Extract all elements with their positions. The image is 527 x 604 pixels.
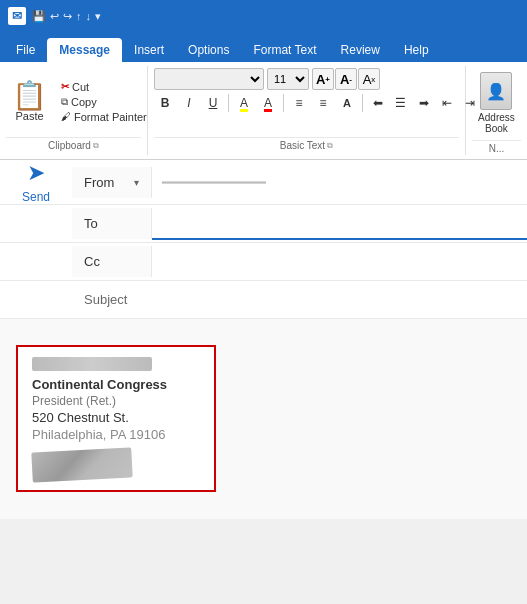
save-icon[interactable]: 💾 <box>32 10 46 23</box>
align-buttons: ⬅ ☰ ➡ ⇤ ⇥ <box>367 92 481 114</box>
download-icon[interactable]: ↓ <box>86 10 92 22</box>
clear-formatting-button[interactable]: Ax <box>358 68 380 90</box>
format-painter-button[interactable]: 🖌 Format Painter <box>57 110 151 124</box>
names-group: 👤 AddressBook N... <box>466 66 527 155</box>
copy-button[interactable]: ⧉ Copy <box>57 95 151 109</box>
ribbon: 📋 Paste ✂ Cut ⧉ Copy 🖌 Format Painter <box>0 62 527 160</box>
from-value: ━━━━━━━━━━━━━ <box>152 167 276 198</box>
from-chevron: ▾ <box>134 177 139 188</box>
more-icon[interactable]: ▾ <box>95 10 101 23</box>
ribbon-tabs: File Message Insert Options Format Text … <box>0 32 527 62</box>
align-left-button[interactable]: ⬅ <box>367 92 389 114</box>
align-right-button[interactable]: ➡ <box>413 92 435 114</box>
signature-org: Continental Congress <box>32 377 200 392</box>
font-color-button[interactable]: A <box>257 92 279 114</box>
subject-row: Subject <box>0 281 527 319</box>
clipboard-group-label: Clipboard ⧉ <box>6 137 141 153</box>
redo-icon[interactable]: ↪ <box>63 10 72 23</box>
address-book-label: AddressBook <box>478 112 515 134</box>
subject-label: Subject <box>84 292 144 307</box>
italic-button[interactable]: I <box>178 92 200 114</box>
formatting-row: B I U A A ≡ ≡ A ⬅ ☰ <box>154 92 481 114</box>
compose-header: ➤ Send From ▾ ━━━━━━━━━━━━━ To Cc <box>0 160 527 319</box>
compose-area: ➤ Send From ▾ ━━━━━━━━━━━━━ To Cc <box>0 160 527 519</box>
signature-name-blurred <box>32 357 152 371</box>
bullets-button[interactable]: ≡ <box>288 92 310 114</box>
quick-access-toolbar: 💾 ↩ ↪ ↑ ↓ ▾ <box>32 10 101 23</box>
signature-area: Continental Congress President (Ret.) 52… <box>16 345 511 492</box>
numbering-button[interactable]: ≡ <box>312 92 334 114</box>
basic-text-group-label: Basic Text ⧉ <box>154 137 459 153</box>
to-row: To <box>0 205 527 243</box>
cc-row: Cc <box>0 243 527 281</box>
address-book-icon: 👤 <box>480 72 512 110</box>
clipboard-group-arrow[interactable]: ⧉ <box>93 141 99 151</box>
indent-decrease-button[interactable]: ⇤ <box>436 92 458 114</box>
basic-text-content: 11 A+ A- Ax B I U A A <box>154 68 459 135</box>
highlight-button[interactable]: A <box>233 92 255 114</box>
subject-input[interactable] <box>154 284 527 315</box>
tab-file[interactable]: File <box>4 38 47 62</box>
cut-button[interactable]: ✂ Cut <box>57 80 151 94</box>
names-group-label: N... <box>472 140 521 156</box>
send-button[interactable]: ➤ Send <box>0 160 72 204</box>
tab-message[interactable]: Message <box>47 38 122 62</box>
tab-review[interactable]: Review <box>329 38 392 62</box>
copy-icon: ⧉ <box>61 96 68 108</box>
tab-format-text[interactable]: Format Text <box>241 38 328 62</box>
signature-image <box>31 447 132 482</box>
upload-icon[interactable]: ↑ <box>76 10 82 22</box>
title-bar: ✉ 💾 ↩ ↪ ↑ ↓ ▾ <box>0 0 527 32</box>
font-size-buttons: A+ A- Ax <box>312 68 380 90</box>
tab-help[interactable]: Help <box>392 38 441 62</box>
underline-button[interactable]: U <box>202 92 224 114</box>
undo-icon[interactable]: ↩ <box>50 10 59 23</box>
send-label: Send <box>22 190 50 204</box>
from-label-button[interactable]: From ▾ <box>72 167 152 198</box>
message-body[interactable]: Continental Congress President (Ret.) 52… <box>0 319 527 519</box>
basic-text-group-arrow[interactable]: ⧉ <box>327 141 333 151</box>
list-buttons: ≡ ≡ A <box>288 92 358 114</box>
format-painter-icon: 🖌 <box>61 111 71 122</box>
font-row: 11 A+ A- Ax <box>154 68 380 90</box>
tab-insert[interactable]: Insert <box>122 38 176 62</box>
bold-button[interactable]: B <box>154 92 176 114</box>
send-icon: ➤ <box>27 160 45 186</box>
signature-city: Philadelphia, PA 19106 <box>32 427 200 442</box>
font-family-select[interactable] <box>154 68 264 90</box>
paste-label: Paste <box>15 110 43 122</box>
styles-button[interactable]: A <box>336 92 358 114</box>
align-center-button[interactable]: ☰ <box>390 92 412 114</box>
app-icon: ✉ <box>8 7 26 25</box>
decrease-font-button[interactable]: A- <box>335 68 357 90</box>
signature-title: President (Ret.) <box>32 394 200 408</box>
font-size-select[interactable]: 11 <box>267 68 309 90</box>
to-label-button[interactable]: To <box>72 208 152 239</box>
cut-icon: ✂ <box>61 81 69 92</box>
basic-text-group: 11 A+ A- Ax B I U A A <box>148 66 466 155</box>
cc-label-button[interactable]: Cc <box>72 246 152 277</box>
increase-font-button[interactable]: A+ <box>312 68 334 90</box>
cc-input[interactable] <box>152 246 527 277</box>
to-input[interactable] <box>152 207 527 240</box>
from-row: ➤ Send From ▾ ━━━━━━━━━━━━━ <box>0 160 527 205</box>
tab-options[interactable]: Options <box>176 38 241 62</box>
clipboard-group-content: 📋 Paste ✂ Cut ⧉ Copy 🖌 Format Painter <box>6 68 141 135</box>
separator-2 <box>283 94 284 112</box>
address-book-button[interactable]: 👤 AddressBook <box>472 68 521 138</box>
signature-box: Continental Congress President (Ret.) 52… <box>16 345 216 492</box>
paste-button[interactable]: 📋 Paste <box>6 78 53 126</box>
separator-1 <box>228 94 229 112</box>
signature-address: 520 Chestnut St. <box>32 410 200 425</box>
clipboard-group: 📋 Paste ✂ Cut ⧉ Copy 🖌 Format Painter <box>0 66 148 155</box>
separator-3 <box>362 94 363 112</box>
clipboard-small-buttons: ✂ Cut ⧉ Copy 🖌 Format Painter <box>57 80 151 124</box>
